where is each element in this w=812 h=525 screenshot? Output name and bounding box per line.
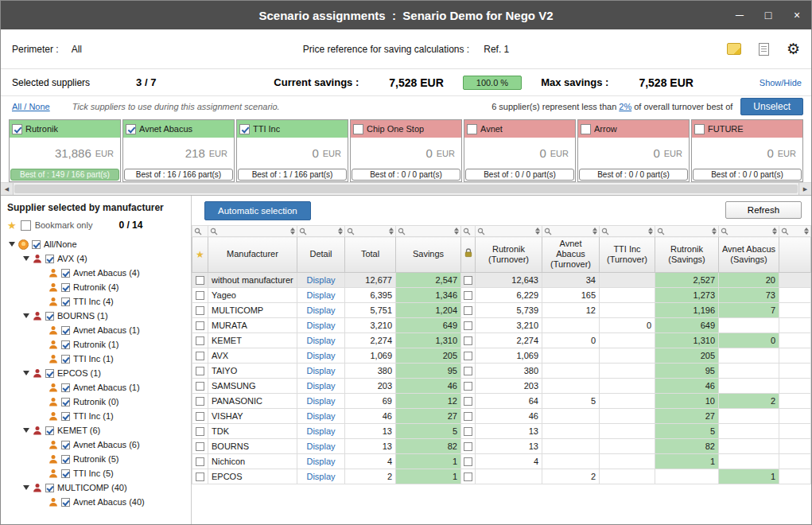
tree-item[interactable]: Avnet Abacus (1) xyxy=(7,380,191,395)
table-row[interactable]: KEMETDisplay2,2741,3102,27401,3100 xyxy=(192,332,811,348)
threshold-percent-link[interactable]: 2% xyxy=(619,102,631,111)
column-header-detail[interactable]: Detail xyxy=(297,237,345,273)
checkbox[interactable] xyxy=(45,255,54,263)
filter-search-icon[interactable] xyxy=(544,228,552,235)
table-row[interactable]: TDKDisplay135135 xyxy=(192,423,811,438)
table-row[interactable]: EPCOSDisplay2121 xyxy=(192,469,811,484)
supplier-card-header[interactable]: Avnet xyxy=(464,120,575,138)
column-header-tti_turnover[interactable]: TTI Inc (Turnover) xyxy=(600,237,655,273)
checkbox[interactable] xyxy=(196,397,204,406)
gear-icon[interactable]: ⚙ xyxy=(787,41,800,56)
sort-arrows-icon[interactable] xyxy=(338,228,343,235)
bookmark-only-checkbox[interactable] xyxy=(21,220,31,231)
sort-arrows-icon[interactable] xyxy=(290,228,295,235)
tree-item[interactable]: Avnet Abacus (4) xyxy=(7,266,191,280)
checkbox[interactable] xyxy=(61,455,70,464)
column-header-total[interactable]: Total xyxy=(345,237,396,273)
checkbox[interactable] xyxy=(196,442,204,451)
sort-arrows-icon[interactable] xyxy=(592,228,597,235)
scroll-right-icon[interactable]: ▶ xyxy=(798,183,811,195)
sort-arrows-icon[interactable] xyxy=(772,228,777,235)
checkbox[interactable] xyxy=(61,412,70,421)
checkbox[interactable] xyxy=(464,472,472,481)
detail-link[interactable]: Display xyxy=(306,351,335,360)
checkbox[interactable] xyxy=(61,269,70,278)
perimeter-value[interactable]: All xyxy=(72,44,82,55)
checkbox[interactable] xyxy=(464,306,472,315)
export-document-icon[interactable] xyxy=(759,43,769,56)
detail-link[interactable]: Display xyxy=(306,290,335,300)
tree-item[interactable]: Avnet Abacus (40) xyxy=(7,495,191,509)
checkbox[interactable] xyxy=(464,276,472,285)
sort-arrows-icon[interactable] xyxy=(535,228,540,235)
expand-triangle-icon[interactable] xyxy=(23,256,29,261)
expand-triangle-icon[interactable] xyxy=(23,485,29,490)
table-row[interactable]: YageoDisplay6,3951,3466,2291651,27373 xyxy=(192,287,811,302)
checkbox[interactable] xyxy=(196,457,204,466)
column-header-rutronik_savings[interactable]: Rutronik (Savings) xyxy=(655,237,719,273)
price-ref-value[interactable]: Ref. 1 xyxy=(484,44,509,55)
show-hide-link[interactable]: Show/Hide xyxy=(760,78,802,88)
tree-item[interactable]: TTI Inc (5) xyxy=(7,466,191,480)
checkbox[interactable] xyxy=(61,441,70,449)
filter-search-icon[interactable] xyxy=(657,228,665,235)
filter-search-icon[interactable] xyxy=(477,228,485,235)
checkbox[interactable] xyxy=(353,124,363,134)
checkbox[interactable] xyxy=(239,124,250,134)
checkbox[interactable] xyxy=(464,367,472,375)
tree-item[interactable]: TTI Inc (4) xyxy=(7,294,191,309)
table-row[interactable]: TAIYODisplay3809538095 xyxy=(192,363,811,378)
table-row[interactable]: MULTICOMPDisplay5,7511,2045,739121,1967 xyxy=(192,302,811,317)
checkbox[interactable] xyxy=(61,283,70,292)
detail-link[interactable]: Display xyxy=(306,411,335,421)
tree-item[interactable]: MULTICOMP (40) xyxy=(7,480,191,495)
expand-triangle-icon[interactable] xyxy=(9,242,15,247)
tree-item[interactable]: Rutronik (4) xyxy=(7,280,191,294)
unselect-button[interactable]: Unselect xyxy=(740,98,803,115)
expand-triangle-icon[interactable] xyxy=(23,428,29,433)
checkbox[interactable] xyxy=(464,442,472,451)
bookmark-column-star-icon[interactable]: ★ xyxy=(196,249,204,260)
checkbox[interactable] xyxy=(464,412,472,421)
sort-arrows-icon[interactable] xyxy=(454,228,459,235)
checkbox[interactable] xyxy=(196,276,204,285)
sort-arrows-icon[interactable] xyxy=(712,228,717,235)
detail-link[interactable]: Display xyxy=(306,321,335,330)
checkbox[interactable] xyxy=(467,124,477,134)
minimize-icon[interactable]: ─ xyxy=(732,10,748,21)
checkbox[interactable] xyxy=(464,427,472,436)
scroll-left-icon[interactable]: ◀ xyxy=(1,183,14,195)
tree-item[interactable]: Avnet Abacus (6) xyxy=(7,438,191,452)
supplier-card-header[interactable]: Avnet Abacus xyxy=(123,120,234,138)
checkbox[interactable] xyxy=(61,469,70,478)
table-row[interactable]: SAMSUNGDisplay2034620346 xyxy=(192,378,811,393)
filter-search-icon[interactable] xyxy=(781,228,789,235)
table-row[interactable]: AVXDisplay1,0692051,069205 xyxy=(192,348,811,363)
tree-item[interactable]: KEMET (6) xyxy=(7,423,191,438)
checkbox[interactable] xyxy=(581,124,591,134)
checkbox[interactable] xyxy=(196,412,204,421)
tree-item[interactable]: TTI Inc (1) xyxy=(7,409,191,423)
column-header-savings[interactable]: Savings xyxy=(396,237,461,273)
checkbox[interactable] xyxy=(196,367,204,375)
column-header-avnet_turnover[interactable]: Avnet Abacus (Turnover) xyxy=(542,237,600,273)
checkbox[interactable] xyxy=(464,397,472,406)
suppliers-horizontal-scrollbar[interactable]: ◀ ▶ xyxy=(1,182,811,195)
scrollbar-thumb[interactable] xyxy=(14,185,798,193)
tree-item[interactable]: BOURNS (1) xyxy=(7,309,191,323)
detail-link[interactable]: Display xyxy=(306,441,335,451)
checkbox[interactable] xyxy=(464,457,472,466)
detail-link[interactable]: Display xyxy=(306,381,335,391)
checkbox[interactable] xyxy=(61,298,70,306)
filter-search-icon[interactable] xyxy=(210,228,218,235)
detail-link[interactable]: Display xyxy=(306,305,335,315)
filter-search-icon[interactable] xyxy=(463,228,471,235)
checkbox[interactable] xyxy=(61,398,70,406)
tree-item[interactable]: AVX (4) xyxy=(7,251,191,266)
checkbox[interactable] xyxy=(464,336,472,345)
checkbox[interactable] xyxy=(45,369,54,378)
table-row[interactable]: NichiconDisplay4141 xyxy=(192,453,811,469)
table-row[interactable]: PANASONICDisplay6912645102 xyxy=(192,393,811,408)
checkbox[interactable] xyxy=(196,291,204,300)
checkbox[interactable] xyxy=(196,472,204,481)
